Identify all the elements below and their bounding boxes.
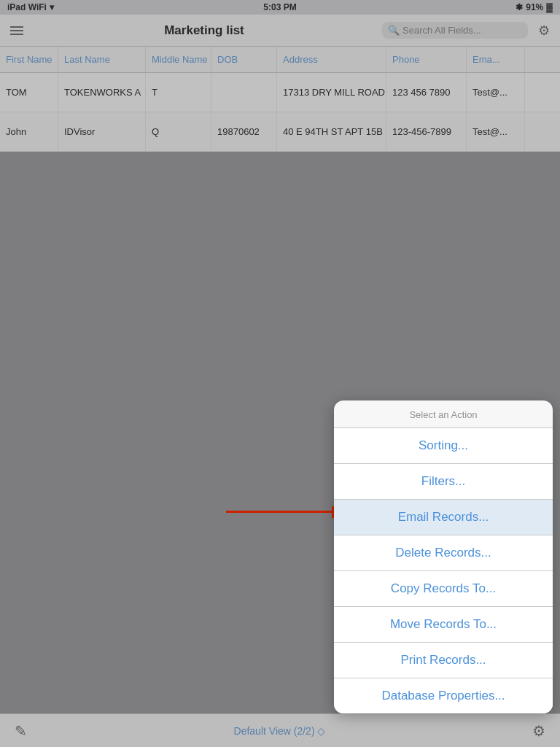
action-move-records[interactable]: Move Records To...	[334, 607, 553, 643]
action-copy-records[interactable]: Copy Records To...	[334, 571, 553, 607]
action-delete-records[interactable]: Delete Records...	[334, 535, 553, 571]
action-email-records[interactable]: Email Records...	[334, 500, 553, 535]
action-sheet: Select an Action Sorting... Filters... E…	[334, 400, 553, 713]
arrow-line	[226, 511, 343, 513]
action-database-properties[interactable]: Database Properties...	[334, 678, 553, 713]
action-sorting[interactable]: Sorting...	[334, 428, 553, 464]
action-print-records[interactable]: Print Records...	[334, 643, 553, 678]
action-filters[interactable]: Filters...	[334, 464, 553, 500]
arrow-pointer	[226, 511, 343, 513]
action-sheet-title: Select an Action	[334, 400, 553, 428]
